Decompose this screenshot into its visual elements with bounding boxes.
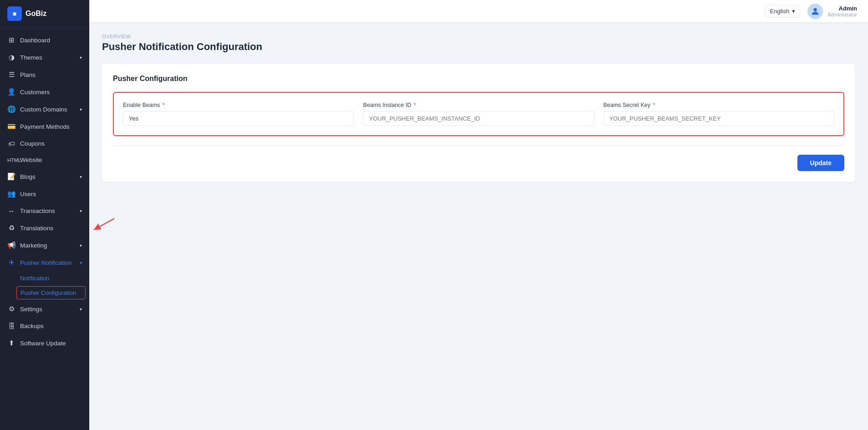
beams-instance-id-input[interactable] [363,111,594,126]
sidebar-label-dashboard: Dashboard [20,37,50,44]
required-indicator: * [414,102,416,108]
sidebar-label-custom-domains: Custom Domains [20,106,67,113]
logo-icon: ■ [7,6,22,21]
sidebar-label-users: Users [20,191,36,197]
user-name: Admin [827,5,857,12]
software-update-icon: ⬆ [7,339,15,347]
users-icon: 👥 [7,190,15,198]
sidebar-sub-pusher-configuration[interactable]: Pusher Configuration [16,286,86,299]
sidebar-item-marketing[interactable]: 📢 Marketing ▾ [0,237,89,254]
sidebar-label-payment-methods: Payment Methods [20,123,70,130]
chevron-down-icon: ▾ [80,174,82,179]
sidebar-label-customers: Customers [20,89,50,96]
chevron-down-icon: ▾ [80,55,82,60]
user-role: Administrator [827,12,857,17]
svg-point-0 [814,8,817,11]
sidebar-nav: ⊞ Dashboard ◑ Themes ▾ ☰ Plans 👤 Custome… [0,28,89,430]
page-title: Pusher Notification Configuration [102,41,855,53]
marketing-icon: 📢 [7,241,15,249]
required-indicator: * [653,102,655,108]
topbar: English ▾ Admin Administrator [89,0,868,23]
sidebar-item-users[interactable]: 👥 Users [0,185,89,202]
transactions-icon: ↔ [7,207,15,215]
backups-icon: 🗄 [7,322,15,330]
blogs-icon: 📝 [7,172,15,181]
user-info: Admin Administrator [827,5,857,17]
payment-methods-icon: 💳 [7,122,15,131]
sidebar-item-software-update[interactable]: ⬆ Software Update [0,334,89,352]
chevron-down-icon: ▾ [80,260,82,265]
sidebar-item-transactions[interactable]: ↔ Transactions ▾ [0,202,89,219]
chevron-down-icon: ▾ [80,208,82,213]
sidebar-label-blogs: Blogs [20,173,36,180]
section-title: Pusher Configuration [113,75,844,83]
sidebar-item-customers[interactable]: 👤 Customers [0,83,89,101]
sidebar-item-dashboard[interactable]: ⊞ Dashboard [0,31,89,49]
settings-icon: ⚙ [7,305,15,313]
custom-domains-icon: 🌐 [7,105,15,113]
main-area: English ▾ Admin Administrator OVERVIEW P… [89,0,868,430]
sidebar-label-settings: Settings [20,306,42,313]
sidebar-item-coupons[interactable]: 🏷 Coupons [0,135,89,152]
website-icon: HTML [7,157,15,163]
sidebar-item-payment-methods[interactable]: 💳 Payment Methods [0,118,89,135]
enable-beams-field: Enable Beams * [123,102,354,126]
sidebar-label-themes: Themes [20,54,42,61]
sidebar-sub-notification[interactable]: Notification [0,271,89,285]
pusher-notification-icon: ✈ [7,258,15,267]
sidebar-item-backups[interactable]: 🗄 Backups [0,318,89,334]
sidebar-item-blogs[interactable]: 📝 Blogs ▾ [0,168,89,185]
sidebar-sub-label-notification: Notification [20,275,49,282]
form-actions: Update [113,155,844,171]
page-content: OVERVIEW Pusher Notification Configurati… [89,23,868,430]
chevron-down-icon: ▾ [80,307,82,312]
coupons-icon: 🏷 [7,140,15,147]
sidebar-label-translations: Translations [20,225,53,232]
themes-icon: ◑ [7,53,15,61]
dashboard-icon: ⊞ [7,36,15,44]
enable-beams-input[interactable] [123,111,354,126]
translations-icon: ♻ [7,224,15,232]
logo-text: GoBiz [26,10,46,18]
sidebar-label-backups: Backups [20,323,44,329]
sidebar: ■ GoBiz ⊞ Dashboard ◑ Themes ▾ ☰ Plans 👤… [0,0,89,430]
logo-area[interactable]: ■ GoBiz [0,0,89,28]
sidebar-item-themes[interactable]: ◑ Themes ▾ [0,49,89,66]
beams-instance-id-field: Beams Instance ID * [363,102,594,126]
beams-secret-key-label: Beams Secret Key * [603,102,834,108]
form-row: Enable Beams * Beams Instance ID * [123,102,834,126]
update-button[interactable]: Update [797,155,844,171]
sidebar-label-website: Website [20,157,42,163]
sidebar-label-software-update: Software Update [20,340,66,347]
user-area[interactable]: Admin Administrator [807,4,857,19]
sidebar-item-settings[interactable]: ⚙ Settings ▾ [0,300,89,318]
avatar [807,4,823,19]
beams-instance-id-label: Beams Instance ID * [363,102,594,108]
sidebar-label-transactions: Transactions [20,207,55,214]
language-label: English [770,8,790,15]
sidebar-label-plans: Plans [20,71,36,78]
language-selector[interactable]: English ▾ [765,5,801,17]
sidebar-sub-label-pusher-configuration: Pusher Configuration [20,289,76,296]
sidebar-item-custom-domains[interactable]: 🌐 Custom Domains ▾ [0,101,89,118]
beams-secret-key-input[interactable] [603,111,834,126]
plans-icon: ☰ [7,71,15,79]
breadcrumb: OVERVIEW [102,34,855,39]
chevron-down-icon: ▾ [80,243,82,248]
sidebar-label-coupons: Coupons [20,140,45,147]
divider [113,145,844,146]
section-card: Pusher Configuration Enable Beams * [102,64,855,182]
sidebar-item-website[interactable]: HTML Website [0,152,89,168]
sidebar-item-translations[interactable]: ♻ Translations [0,219,89,237]
sidebar-item-pusher-notification[interactable]: ✈ Pusher Notification ▾ [0,254,89,271]
required-indicator: * [163,102,165,108]
config-form-box: Enable Beams * Beams Instance ID * [113,92,844,136]
sidebar-item-plans[interactable]: ☰ Plans [0,66,89,83]
chevron-down-icon: ▾ [80,107,82,112]
customers-icon: 👤 [7,88,15,96]
sidebar-label-pusher-notification: Pusher Notification [20,259,71,266]
beams-secret-key-field: Beams Secret Key * [603,102,834,126]
sidebar-label-marketing: Marketing [20,242,47,249]
lang-chevron-icon: ▾ [792,8,795,15]
enable-beams-label: Enable Beams * [123,102,354,108]
